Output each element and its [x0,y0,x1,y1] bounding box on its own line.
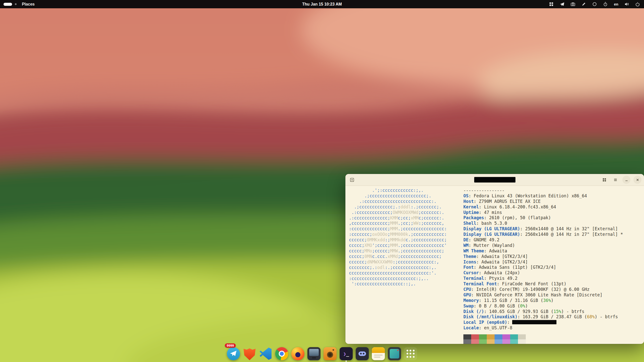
main-menu-button[interactable] [611,176,619,184]
dock-item-discord[interactable] [356,347,369,360]
workspace-indicator-pill[interactable] [4,3,12,6]
dock-item-monitor[interactable] [307,347,320,360]
info-line: DE: GNOME 49.2 [463,237,623,243]
dock-item-music[interactable] [324,347,337,360]
workspace-dot[interactable] [15,3,17,5]
terminal-content[interactable]: .';:cccccccccccc:;,. .;ccccccccccccccccc… [345,186,644,344]
palette-block [502,334,510,339]
running-indicator-dot [346,360,347,362]
keyboard-layout-indicator[interactable]: en [614,2,618,6]
info-line: Shell: bash 5.3.0 [463,221,623,226]
discord-icon [356,347,369,360]
timer-tray-icon[interactable] [603,2,608,7]
record-circle-tray-icon[interactable] [592,2,597,7]
show-apps-icon [404,347,417,360]
tab-overview-button[interactable] [600,176,608,184]
color-palette [463,334,623,344]
telegram-icon [227,347,240,360]
palette-block [510,339,518,344]
palette-block [479,334,487,339]
palette-block [495,339,502,344]
redacted-window-title [474,177,515,183]
info-line: Disk (/): 140.65 GiB / 929.93 GiB (15%) … [463,309,623,314]
terminal-window: .';:cccccccccccc:;,. .;ccccccccccccccccc… [345,174,644,344]
fastfetch-ascii: .';:cccccccccccc:;,. .;ccccccccccccccccc… [349,188,463,287]
info-line: Host: Z790M AORUS ELITE AX ICE [463,199,623,204]
palette-block [502,339,510,344]
minimize-button[interactable] [622,176,630,184]
top-bar: Places Thu Jan 15 10:23 AM en [0,0,644,8]
info-line: WM Theme: Adwaita [463,248,623,254]
info-line: OS: Fedora Linux 43 (Workstation Edition… [463,193,623,199]
close-button[interactable] [633,176,641,184]
info-line: Display (LG ULTRAGEAR): 644x362 @ 144 … [463,232,623,237]
palette-block [518,334,526,339]
info-line: Terminal Font: FiraCode Nerd Font (13pt) [463,281,623,287]
info-line: Disk (/mnt/linuxdisk): 163.29 GiB / 238.… [463,314,623,320]
redacted-ip [512,320,556,324]
info-line: WM: Mutter (Wayland) [463,243,623,248]
app-grid-tray-icon[interactable] [549,2,554,7]
palette-block [463,334,471,339]
dock-item-telegram[interactable]: 9999 [227,347,240,360]
media-app-icon [388,347,401,360]
pen-tray-icon[interactable] [581,2,586,7]
dock-item-vscode[interactable] [259,347,272,360]
dock-item-notes[interactable] [372,347,385,360]
info-line: Theme: Adwaita [GTK2/3/4] [463,254,623,259]
info-line: Uptime: 47 mins [463,210,623,215]
power-icon[interactable] [635,2,640,7]
dock-item-show-apps[interactable] [404,347,417,360]
info-line: Icons: Adwaita [GTK2/3/4] [463,259,623,265]
volume-icon[interactable] [624,2,629,7]
notification-badge: 9999 [225,343,236,348]
firefox-icon [291,347,304,360]
palette-block [479,339,487,344]
info-separator: ---------------- [463,188,623,193]
palette-block [510,334,518,339]
info-line: CPU: Intel(R) Core(TM) i9-14900KF (32) @… [463,287,623,292]
info-line: GPU: NVIDIA GeForce RTX 3060 Lite Hash R… [463,292,623,298]
terminal-app-icon: ❯_ [340,347,353,360]
info-line: Local IP (enp6s0): [463,320,623,325]
new-tab-button[interactable] [348,176,356,184]
dock-item-terminal[interactable]: ❯_ [340,347,353,360]
info-line: Locale: en_US.UTF-8 [463,325,623,331]
info-line: Cursor: Adwaita (24px) [463,270,623,276]
fastfetch-info: ----------------OS: Fedora Linux 43 (Wor… [463,188,623,331]
palette-block [471,339,479,344]
info-line: Kernel: Linux 6.18.4-200.fc43.x86_64 [463,204,623,210]
info-line: Font: Adwaita Sans (11pt) [GTK2/3/4] [463,265,623,270]
desktop: Places Thu Jan 15 10:23 AM en [0,0,644,362]
palette-block [463,339,471,344]
speaker-app-icon [324,347,337,360]
places-menu-button[interactable]: Places [19,1,37,8]
fastfetch-info-column: ----------------OS: Fedora Linux 43 (Wor… [463,188,623,344]
vscode-icon [259,347,272,360]
camera-tray-icon[interactable] [571,2,575,7]
palette-block [495,334,502,339]
dock-item-firefox[interactable] [291,347,304,360]
chrome-icon [275,347,288,360]
telegram-tray-icon[interactable] [560,2,565,7]
dock-item-media[interactable] [388,347,401,360]
palette-block [518,339,526,344]
terminal-headerbar[interactable] [345,174,644,186]
clock-button[interactable]: Thu Jan 15 10:23 AM [299,1,345,8]
info-line: Display (LG ULTRAGEAR): 644x362 @ 144 … [463,226,623,232]
palette-block [471,334,479,339]
palette-block [487,334,495,339]
dock: 9999 ❯_ [227,347,417,360]
palette-block [487,339,495,344]
info-line: Memory: 11.15 GiB / 31.16 GiB (36%) [463,298,623,303]
dock-item-chrome[interactable] [275,347,288,360]
notes-app-icon [372,347,385,360]
brave-icon [243,347,256,360]
info-line: Packages: 2610 (rpm), 50 (flatpak) [463,215,623,221]
dock-item-brave[interactable] [243,347,256,360]
info-line: Terminal: Ptyxis 49.2 [463,276,623,281]
monitor-app-icon [307,347,320,360]
info-line: Swap: 0 B / 8.00 GiB (0%) [463,303,623,309]
